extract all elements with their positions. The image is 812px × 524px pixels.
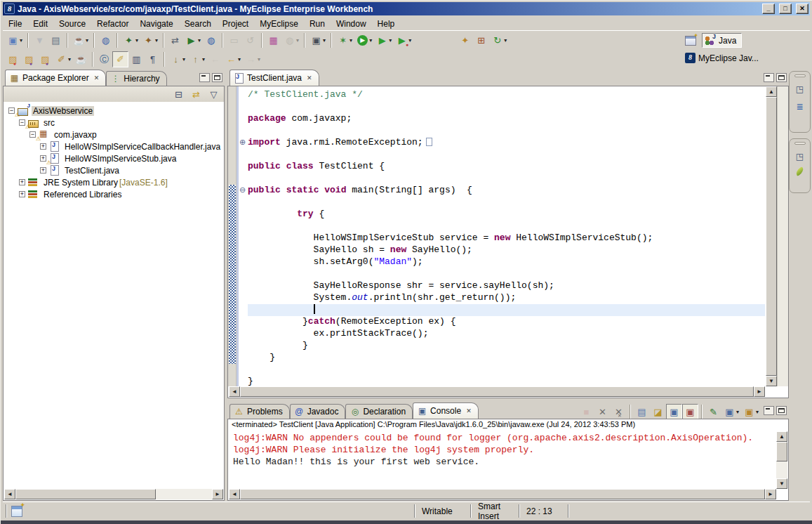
new-wizard-dropdown-icon[interactable]: ▾: [20, 37, 22, 44]
annotation-ruler[interactable]: [228, 86, 237, 386]
maximize-view-button[interactable]: [212, 73, 222, 82]
refresh-myeclipse-button[interactable]: ↻▾: [489, 32, 509, 48]
console-vscrollbar[interactable]: ▲ ▼: [776, 431, 787, 489]
run-button[interactable]: ▶▾: [354, 32, 374, 48]
import-folder-red-button[interactable]: ▨●: [5, 51, 21, 67]
menu-item-edit[interactable]: Edit: [27, 18, 53, 30]
code-line[interactable]: public static void main(String[] args) {: [248, 185, 765, 197]
back-button[interactable]: ←▾: [223, 51, 243, 67]
code-line[interactable]: try {: [248, 209, 765, 221]
show-stdout-when-changed-button[interactable]: ▣: [666, 404, 682, 420]
run-server-button[interactable]: ▶▾: [183, 32, 203, 48]
new-web-service-button[interactable]: ✦▾: [140, 32, 160, 48]
display-console-dropdown-icon[interactable]: ▾: [736, 409, 739, 415]
scrollbar-thumb[interactable]: [240, 386, 754, 397]
expand-icon[interactable]: +: [40, 167, 46, 173]
import-folder-purple-button[interactable]: ▨●: [21, 51, 37, 67]
maximize-window-button[interactable]: □: [779, 4, 792, 14]
menu-item-run[interactable]: Run: [304, 18, 331, 30]
run-last-launched-dropdown-icon[interactable]: ▾: [389, 37, 392, 44]
forward-dropdown-icon[interactable]: ▾: [258, 56, 260, 63]
run-last-launched-button[interactable]: ▶▾: [374, 32, 394, 48]
scroll-down-icon[interactable]: ▼: [776, 478, 787, 489]
tab-console[interactable]: ▣Console✕: [413, 402, 479, 419]
minimize-view-button[interactable]: [199, 73, 210, 82]
tab-javadoc[interactable]: @Javadoc: [290, 404, 346, 419]
tab-package-explorer[interactable]: ▦Package Explorer✕: [5, 70, 106, 86]
fast-view-button[interactable]: [11, 506, 22, 517]
scrollbar-thumb[interactable]: [776, 442, 787, 461]
refresh-myeclipse-dropdown-icon[interactable]: ▾: [504, 37, 507, 44]
tree-item-hellowsimplservicecallbackhandler-java[interactable]: +HelloWSImplServiceCallbackHandler.java: [4, 140, 223, 152]
outline-view-icon[interactable]: ≣: [794, 101, 806, 112]
tab-declaration[interactable]: ◎Declaration: [345, 404, 413, 419]
editor-hscrollbar[interactable]: ◄ ►: [229, 386, 765, 397]
restore-view-icon[interactable]: ◳: [794, 84, 806, 95]
console-hscrollbar[interactable]: ◄ ►: [229, 489, 776, 499]
menu-item-project[interactable]: Project: [217, 18, 254, 30]
deploy-project-button[interactable]: ⇄: [167, 32, 183, 48]
new-report-button[interactable]: ▦: [265, 32, 281, 48]
expand-icon[interactable]: +: [40, 143, 46, 150]
menu-item-source[interactable]: Source: [53, 18, 91, 30]
code-line[interactable]: [248, 221, 765, 232]
snapshot-button[interactable]: ▣▾: [308, 32, 328, 48]
debug-dropdown-icon[interactable]: ▾: [350, 37, 352, 44]
code-line[interactable]: [248, 304, 765, 316]
console-output[interactable]: log4j:WARN No appenders could be found f…: [229, 431, 776, 489]
back-dropdown-icon[interactable]: ▾: [238, 56, 241, 63]
leaf-view-icon[interactable]: [794, 166, 805, 176]
fold-collapse-icon[interactable]: ⊖: [239, 186, 247, 194]
link-with-editor-button[interactable]: ⇄: [188, 86, 204, 103]
scroll-right-icon[interactable]: ►: [754, 386, 765, 397]
tree-item-referenced-libraries[interactable]: +Referenced Libraries: [4, 188, 223, 200]
code-line[interactable]: ex.printStackTrace();: [248, 328, 765, 340]
code-line[interactable]: HelloWSImplServiceStub service = new Hel…: [248, 232, 765, 244]
block-selection-button[interactable]: ▥: [128, 51, 145, 67]
menu-item-window[interactable]: Window: [331, 18, 372, 30]
new-web-project-button[interactable]: ☕▾: [71, 32, 91, 48]
open-web-browser-button[interactable]: ◍: [203, 32, 219, 48]
collapse-icon[interactable]: −: [29, 131, 36, 138]
scrollbar-thumb[interactable]: [766, 97, 777, 376]
print-button[interactable]: ▤: [48, 32, 64, 48]
code-line[interactable]: System.out.println(shr.get_return());: [248, 292, 765, 304]
tab-hierarchy[interactable]: ⋮Hierarchy: [106, 71, 166, 86]
expand-icon[interactable]: +: [19, 191, 25, 197]
scrollbar-thumb[interactable]: [240, 489, 765, 499]
close-tab-icon[interactable]: ✕: [94, 74, 100, 81]
menu-item-help[interactable]: Help: [372, 18, 401, 30]
run-server-dropdown-icon[interactable]: ▾: [198, 37, 201, 44]
clear-console-button[interactable]: ▤: [634, 404, 650, 420]
tree-item-hellowsimplservicestub-java[interactable]: +⚠HelloWSImplServiceStub.java: [4, 152, 223, 164]
java-folder-button[interactable]: ☕: [73, 51, 89, 67]
code-line[interactable]: sh.setArg0("Madan");: [248, 256, 765, 268]
code-line[interactable]: [248, 268, 765, 280]
scroll-right-icon[interactable]: ►: [212, 489, 223, 499]
stack-grip[interactable]: [794, 142, 806, 145]
code-line[interactable]: }: [248, 352, 765, 364]
scrollbar-thumb[interactable]: [15, 489, 156, 499]
open-console-dropdown-icon[interactable]: ▾: [756, 409, 759, 415]
code-area[interactable]: /* TestClient.java */package com.javaxp;…: [248, 86, 765, 386]
new-web-service-dropdown-icon[interactable]: ▾: [155, 37, 158, 44]
debug-button[interactable]: ✶▾: [335, 32, 354, 48]
tree-item-src[interactable]: −⚠src: [4, 117, 223, 129]
tab-testclient-java[interactable]: TestClient.java✕: [229, 70, 319, 86]
external-tools-button[interactable]: ▶●▾: [394, 32, 413, 48]
scroll-up-icon[interactable]: ▲: [766, 86, 777, 97]
scroll-left-icon[interactable]: ◄: [229, 489, 240, 499]
package-explorer-hscrollbar[interactable]: ◄ ►: [4, 489, 223, 499]
close-tab-icon[interactable]: ✕: [466, 407, 472, 414]
scroll-left-icon[interactable]: ◄: [229, 386, 240, 397]
code-line[interactable]: package com.javaxp;: [248, 113, 765, 125]
show-stderr-when-changed-button[interactable]: ▣: [682, 404, 698, 420]
menu-item-navigate[interactable]: Navigate: [134, 18, 178, 30]
new-class-dropdown-icon[interactable]: ▾: [135, 37, 138, 44]
tree-item-testclient-java[interactable]: +TestClient.java: [4, 164, 223, 176]
expand-icon[interactable]: +: [19, 179, 25, 185]
format-brush-dropdown-icon[interactable]: ▾: [68, 56, 71, 63]
open-console-button[interactable]: ▣▾: [741, 404, 761, 420]
collapse-icon[interactable]: −: [8, 107, 15, 114]
myeclipse-perspective-button[interactable]: 8 MyEclipse Jav...: [683, 51, 764, 65]
